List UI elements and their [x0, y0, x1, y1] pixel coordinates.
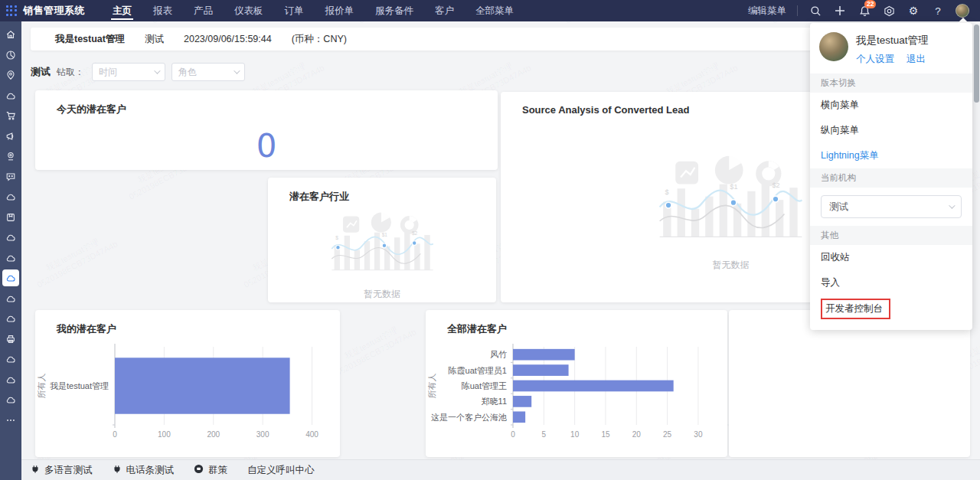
- today-leads-value: 0: [35, 127, 498, 165]
- sidebar-item-15-printer-icon[interactable]: [2, 331, 19, 348]
- add-icon[interactable]: [833, 4, 847, 18]
- left-sidebar: [0, 21, 21, 480]
- sidebar-item-2-location-icon[interactable]: [2, 67, 19, 83]
- svg-text:25: 25: [663, 430, 672, 439]
- role-filter-select[interactable]: 角色: [172, 63, 245, 81]
- sidebar-item-8-cloud-icon[interactable]: [2, 188, 19, 205]
- menu-item-横向菜单[interactable]: 横向菜单: [810, 93, 972, 118]
- svg-text:$: $: [665, 188, 668, 196]
- svg-text:400: 400: [305, 430, 318, 439]
- sidebar-item-12-cloud-icon[interactable]: [2, 269, 19, 286]
- menu-item-开发者控制台[interactable]: 开发者控制台: [810, 296, 972, 325]
- bar-风竹[interactable]: [513, 349, 575, 361]
- svg-text:300: 300: [256, 430, 270, 439]
- plug-icon: [31, 465, 40, 476]
- footer-item-3[interactable]: 自定义呼叫中心: [247, 464, 315, 477]
- bar-chart-svg: 0100200300400我是testuat管理所有人: [35, 336, 340, 457]
- dashboard-title: 测试: [31, 65, 51, 79]
- nav-item-6[interactable]: 服务备件: [364, 0, 424, 21]
- bar-chart-svg: 051015202530风竹陈霞uat管理员1陈uat管理王郑晓11这是一个客户…: [426, 336, 727, 457]
- footer-item-0[interactable]: 多语言测试: [31, 464, 93, 477]
- empty-text: 暂无数据: [364, 288, 400, 301]
- section-header-version: 版本切换: [810, 73, 972, 93]
- nav-item-3[interactable]: 仪表板: [224, 0, 274, 21]
- sidebar-item-17-cloud-icon[interactable]: [2, 371, 19, 388]
- sidebar-item-4-cart-icon[interactable]: [2, 107, 19, 124]
- sidebar-item-14-cloud-icon[interactable]: [2, 310, 19, 327]
- app-center-icon[interactable]: [882, 4, 896, 18]
- edit-menu-button[interactable]: 编辑菜单: [748, 5, 786, 18]
- svg-text:所有人: 所有人: [37, 374, 46, 399]
- svg-text:我是testuat管理: 我是testuat管理: [50, 381, 109, 390]
- svg-text:这是一个客户公海池: 这是一个客户公海池: [431, 413, 507, 422]
- sidebar-item-1-pie-chart-icon[interactable]: [2, 47, 19, 64]
- section-header-other: 其他: [810, 226, 972, 245]
- sidebar-item-10-cloud-icon[interactable]: [2, 229, 19, 246]
- sidebar-item-5-megaphone-icon[interactable]: [2, 128, 19, 145]
- my-leads-bar-chart: 0100200300400我是testuat管理所有人: [35, 336, 340, 460]
- sidebar-item-13-cloud-icon[interactable]: [2, 290, 19, 307]
- dashboard-currency: (币种：CNY): [292, 33, 347, 46]
- menu-item-回收站[interactable]: 回收站: [810, 245, 972, 270]
- nav-item-4[interactable]: 订单: [274, 0, 315, 21]
- sidebar-item-19-more-icon[interactable]: [2, 412, 19, 429]
- org-select[interactable]: 测试: [821, 195, 962, 218]
- search-icon[interactable]: [808, 4, 822, 18]
- dashboard-owner: 我是testuat管理: [55, 33, 125, 46]
- chevron-down-icon: [949, 202, 955, 208]
- user-profile-row: 我是testuat管理 个人设置 退出: [810, 23, 972, 73]
- personal-settings-link[interactable]: 个人设置: [856, 53, 894, 66]
- sidebar-item-6-webcam-icon[interactable]: [2, 148, 19, 165]
- menu-item-纵向菜单[interactable]: 纵向菜单: [810, 118, 972, 143]
- user-avatar[interactable]: [956, 4, 969, 18]
- logout-link[interactable]: 退出: [906, 53, 926, 66]
- sidebar-item-16-cloud-icon[interactable]: [2, 351, 19, 367]
- nav-item-2[interactable]: 产品: [183, 0, 224, 21]
- section-header-org: 当前机构: [810, 168, 972, 188]
- menu-item-Lightning菜单[interactable]: Lightning菜单: [810, 143, 972, 168]
- svg-text:陈uat管理王: 陈uat管理王: [462, 381, 507, 390]
- sidebar-item-9-package-icon[interactable]: [2, 209, 19, 226]
- card-title: 我的潜在客户: [35, 310, 340, 336]
- svg-text:30: 30: [694, 430, 703, 439]
- card-today-leads: 今天的潜在客户 0: [35, 90, 498, 170]
- bar-我是testuat管理[interactable]: [115, 358, 290, 413]
- svg-text:$1: $1: [730, 183, 737, 191]
- empty-state: $$1$2 暂无数据: [268, 210, 496, 301]
- all-leads-bar-chart: 051015202530风竹陈霞uat管理员1陈uat管理王郑晓11这是一个客户…: [426, 336, 727, 460]
- notifications-bell-icon[interactable]: 22: [858, 4, 871, 18]
- empty-chart-illustration: $$1$2: [329, 210, 436, 283]
- card-all-leads-chart: 全部潜在客户 051015202530风竹陈霞uat管理员1陈uat管理王郑晓1…: [426, 310, 727, 457]
- user-name: 我是testuat管理: [856, 34, 929, 47]
- footer-item-1[interactable]: 电话条测试: [113, 464, 175, 477]
- footer-item-2[interactable]: 群策: [194, 464, 227, 477]
- bar-陈uat管理王[interactable]: [513, 380, 674, 392]
- bar-陈霞uat管理员1[interactable]: [513, 364, 569, 376]
- nav-item-5[interactable]: 报价单: [315, 0, 365, 21]
- drill-label: 钻取：: [57, 66, 84, 79]
- bar-这是一个客户公海池[interactable]: [513, 411, 525, 423]
- sidebar-item-18-cloud-icon[interactable]: [2, 391, 19, 408]
- nav-item-0[interactable]: 主页: [102, 0, 142, 21]
- svg-text:0: 0: [511, 430, 515, 439]
- app-launcher-icon[interactable]: [6, 5, 17, 16]
- sidebar-item-3-cloud-icon[interactable]: [2, 87, 19, 104]
- settings-gear-icon[interactable]: ⚙: [906, 4, 920, 18]
- sidebar-item-11-cloud-icon[interactable]: [2, 250, 19, 266]
- time-filter-select[interactable]: 时间: [92, 63, 165, 81]
- svg-text:$: $: [335, 235, 338, 240]
- nav-item-7[interactable]: 客户: [424, 0, 465, 21]
- user-avatar-large: [819, 32, 848, 61]
- chat-bubble-icon: [194, 464, 204, 476]
- scrollbar-thumb[interactable]: [974, 24, 979, 103]
- sidebar-item-7-chat-icon[interactable]: [2, 168, 19, 185]
- menu-item-导入[interactable]: 导入: [810, 270, 972, 296]
- svg-text:15: 15: [601, 430, 610, 439]
- help-icon[interactable]: ?: [931, 4, 945, 18]
- bar-郑晓11[interactable]: [513, 396, 531, 407]
- sidebar-item-0-home-icon[interactable]: [2, 26, 19, 43]
- svg-text:5: 5: [542, 430, 547, 439]
- nav-item-8[interactable]: 全部菜单: [465, 0, 524, 21]
- nav-item-1[interactable]: 报表: [142, 0, 183, 21]
- user-dropdown-menu: 我是testuat管理 个人设置 退出 版本切换 横向菜单纵向菜单Lightni…: [810, 23, 972, 330]
